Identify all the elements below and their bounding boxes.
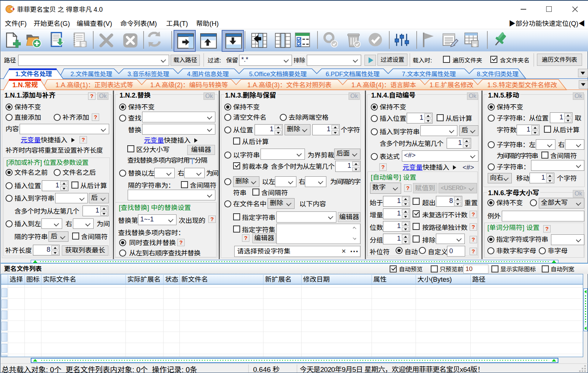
svg-text:4.图片信息处理: 4.图片信息处理 (187, 71, 229, 77)
svg-text:6.PDF文档属性处理: 6.PDF文档属性处理 (326, 71, 380, 77)
svg-text:1.A.高级(3)：文件名对照列表: 1.A.高级(3)：文件名对照列表 (247, 81, 332, 89)
svg-text:1.A.高级(2)：编码与转换等: 1.A.高级(2)：编码与转换等 (150, 81, 228, 89)
svg-text:1.文件名处理: 1.文件名处理 (15, 71, 52, 78)
svg-text:1.N.常规: 1.N.常规 (12, 81, 38, 89)
svg-text:1.A.高级(4)：语言脚本: 1.A.高级(4)：语言脚本 (351, 81, 416, 89)
svg-text:2.文件属性处理: 2.文件属性处理 (71, 71, 112, 77)
svg-text:1.A.高级(1)：正则表达式等: 1.A.高级(1)：正则表达式等 (56, 81, 133, 89)
svg-text:7.文本文件属性处理: 7.文本文件属性处理 (402, 71, 456, 77)
svg-text:1.S.特定类型文件名修改: 1.S.特定类型文件名修改 (487, 81, 557, 89)
svg-text:5.Office文档摘要处理: 5.Office文档摘要处理 (249, 71, 307, 77)
svg-text:3.音乐标签处理: 3.音乐标签处理 (128, 71, 169, 77)
svg-text:8.文件归类处理: 8.文件归类处理 (477, 71, 519, 77)
svg-text:1.E.扩展名修改: 1.E.扩展名修改 (430, 81, 474, 89)
